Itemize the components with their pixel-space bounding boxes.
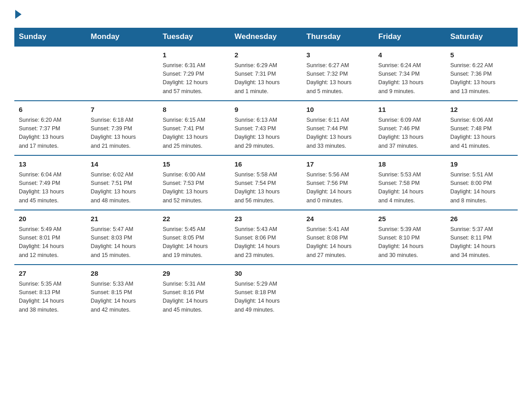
calendar-cell: 9Sunrise: 6:13 AM Sunset: 7:43 PM Daylig… xyxy=(230,101,302,155)
day-info: Sunrise: 5:43 AM Sunset: 8:06 PM Dayligh… xyxy=(235,225,298,260)
calendar-cell: 18Sunrise: 5:53 AM Sunset: 7:58 PM Dayli… xyxy=(374,155,446,210)
calendar-header-friday: Friday xyxy=(374,28,446,46)
day-number: 10 xyxy=(306,105,369,115)
calendar-cell xyxy=(446,265,518,319)
calendar-cell: 30Sunrise: 5:29 AM Sunset: 8:18 PM Dayli… xyxy=(230,265,302,319)
calendar-cell xyxy=(374,265,446,319)
day-info: Sunrise: 5:29 AM Sunset: 8:18 PM Dayligh… xyxy=(235,280,298,315)
calendar-cell: 5Sunrise: 6:22 AM Sunset: 7:36 PM Daylig… xyxy=(446,46,518,101)
day-info: Sunrise: 6:00 AM Sunset: 7:53 PM Dayligh… xyxy=(163,171,226,206)
calendar-cell: 25Sunrise: 5:39 AM Sunset: 8:10 PM Dayli… xyxy=(374,210,446,265)
day-info: Sunrise: 6:31 AM Sunset: 7:29 PM Dayligh… xyxy=(163,61,226,96)
day-info: Sunrise: 6:27 AM Sunset: 7:32 PM Dayligh… xyxy=(306,61,369,96)
day-number: 11 xyxy=(378,105,442,115)
day-info: Sunrise: 6:02 AM Sunset: 7:51 PM Dayligh… xyxy=(91,171,154,206)
day-number: 6 xyxy=(19,105,82,115)
calendar-cell xyxy=(302,265,374,319)
day-info: Sunrise: 6:09 AM Sunset: 7:46 PM Dayligh… xyxy=(378,116,442,151)
day-info: Sunrise: 6:04 AM Sunset: 7:49 PM Dayligh… xyxy=(19,171,82,206)
calendar-cell: 21Sunrise: 5:47 AM Sunset: 8:03 PM Dayli… xyxy=(86,210,159,265)
day-number: 16 xyxy=(235,159,298,170)
calendar-cell: 16Sunrise: 5:58 AM Sunset: 7:54 PM Dayli… xyxy=(230,155,302,210)
day-info: Sunrise: 6:24 AM Sunset: 7:34 PM Dayligh… xyxy=(378,61,442,96)
calendar-cell: 22Sunrise: 5:45 AM Sunset: 8:05 PM Dayli… xyxy=(158,210,230,265)
calendar-cell: 1Sunrise: 6:31 AM Sunset: 7:29 PM Daylig… xyxy=(158,46,230,101)
day-info: Sunrise: 5:45 AM Sunset: 8:05 PM Dayligh… xyxy=(163,225,226,260)
day-number: 27 xyxy=(19,269,82,279)
calendar-cell: 28Sunrise: 5:33 AM Sunset: 8:15 PM Dayli… xyxy=(86,265,159,319)
calendar-week-row: 13Sunrise: 6:04 AM Sunset: 7:49 PM Dayli… xyxy=(14,155,518,210)
day-number: 4 xyxy=(378,50,442,60)
calendar-cell: 29Sunrise: 5:31 AM Sunset: 8:16 PM Dayli… xyxy=(158,265,230,319)
day-info: Sunrise: 5:35 AM Sunset: 8:13 PM Dayligh… xyxy=(19,280,82,315)
day-number: 24 xyxy=(306,214,369,224)
calendar-cell: 19Sunrise: 5:51 AM Sunset: 8:00 PM Dayli… xyxy=(446,155,518,210)
day-info: Sunrise: 5:39 AM Sunset: 8:10 PM Dayligh… xyxy=(378,225,442,260)
calendar-cell xyxy=(86,46,159,101)
day-info: Sunrise: 6:06 AM Sunset: 7:48 PM Dayligh… xyxy=(450,116,513,151)
calendar-cell: 12Sunrise: 6:06 AM Sunset: 7:48 PM Dayli… xyxy=(446,101,518,155)
day-number: 18 xyxy=(378,159,442,170)
day-info: Sunrise: 6:20 AM Sunset: 7:37 PM Dayligh… xyxy=(19,116,82,151)
calendar-cell: 27Sunrise: 5:35 AM Sunset: 8:13 PM Dayli… xyxy=(14,265,86,319)
calendar-header-monday: Monday xyxy=(86,28,159,46)
calendar-header-row: SundayMondayTuesdayWednesdayThursdayFrid… xyxy=(14,28,518,46)
day-number: 30 xyxy=(235,269,298,279)
calendar-cell: 24Sunrise: 5:41 AM Sunset: 8:08 PM Dayli… xyxy=(302,210,374,265)
day-number: 13 xyxy=(19,159,82,170)
day-number: 1 xyxy=(163,50,226,60)
day-info: Sunrise: 6:22 AM Sunset: 7:36 PM Dayligh… xyxy=(450,61,513,96)
calendar-cell: 26Sunrise: 5:37 AM Sunset: 8:11 PM Dayli… xyxy=(446,210,518,265)
day-info: Sunrise: 5:47 AM Sunset: 8:03 PM Dayligh… xyxy=(91,225,154,260)
day-number: 19 xyxy=(450,159,513,170)
day-info: Sunrise: 5:41 AM Sunset: 8:08 PM Dayligh… xyxy=(306,225,369,260)
day-number: 8 xyxy=(163,105,226,115)
day-number: 25 xyxy=(378,214,442,224)
page-header xyxy=(14,11,518,20)
day-info: Sunrise: 5:49 AM Sunset: 8:01 PM Dayligh… xyxy=(19,225,82,260)
day-info: Sunrise: 5:51 AM Sunset: 8:00 PM Dayligh… xyxy=(450,171,513,206)
day-info: Sunrise: 5:33 AM Sunset: 8:15 PM Dayligh… xyxy=(91,280,154,315)
day-number: 29 xyxy=(163,269,226,279)
calendar-week-row: 6Sunrise: 6:20 AM Sunset: 7:37 PM Daylig… xyxy=(14,101,518,155)
day-number: 14 xyxy=(91,159,154,170)
calendar-cell: 20Sunrise: 5:49 AM Sunset: 8:01 PM Dayli… xyxy=(14,210,86,265)
day-info: Sunrise: 5:56 AM Sunset: 7:56 PM Dayligh… xyxy=(306,171,369,206)
calendar-table: SundayMondayTuesdayWednesdayThursdayFrid… xyxy=(14,28,518,319)
calendar-cell: 10Sunrise: 6:11 AM Sunset: 7:44 PM Dayli… xyxy=(302,101,374,155)
day-number: 15 xyxy=(163,159,226,170)
day-info: Sunrise: 6:13 AM Sunset: 7:43 PM Dayligh… xyxy=(235,116,298,151)
day-number: 2 xyxy=(235,50,298,60)
day-info: Sunrise: 5:53 AM Sunset: 7:58 PM Dayligh… xyxy=(378,171,442,206)
calendar-cell: 23Sunrise: 5:43 AM Sunset: 8:06 PM Dayli… xyxy=(230,210,302,265)
calendar-cell: 3Sunrise: 6:27 AM Sunset: 7:32 PM Daylig… xyxy=(302,46,374,101)
calendar-header-sunday: Sunday xyxy=(14,28,86,46)
day-number: 7 xyxy=(91,105,154,115)
day-info: Sunrise: 6:29 AM Sunset: 7:31 PM Dayligh… xyxy=(235,61,298,96)
day-info: Sunrise: 6:11 AM Sunset: 7:44 PM Dayligh… xyxy=(306,116,369,151)
day-info: Sunrise: 5:58 AM Sunset: 7:54 PM Dayligh… xyxy=(235,171,298,206)
calendar-cell: 2Sunrise: 6:29 AM Sunset: 7:31 PM Daylig… xyxy=(230,46,302,101)
logo xyxy=(14,11,21,20)
day-number: 17 xyxy=(306,159,369,170)
day-number: 3 xyxy=(306,50,369,60)
day-number: 5 xyxy=(450,50,513,60)
day-info: Sunrise: 5:31 AM Sunset: 8:16 PM Dayligh… xyxy=(163,280,226,315)
day-number: 20 xyxy=(19,214,82,224)
calendar-cell: 8Sunrise: 6:15 AM Sunset: 7:41 PM Daylig… xyxy=(158,101,230,155)
day-number: 28 xyxy=(91,269,154,279)
calendar-cell: 13Sunrise: 6:04 AM Sunset: 7:49 PM Dayli… xyxy=(14,155,86,210)
calendar-header-thursday: Thursday xyxy=(302,28,374,46)
calendar-cell: 14Sunrise: 6:02 AM Sunset: 7:51 PM Dayli… xyxy=(86,155,159,210)
calendar-cell: 15Sunrise: 6:00 AM Sunset: 7:53 PM Dayli… xyxy=(158,155,230,210)
calendar-week-row: 20Sunrise: 5:49 AM Sunset: 8:01 PM Dayli… xyxy=(14,210,518,265)
calendar-cell: 4Sunrise: 6:24 AM Sunset: 7:34 PM Daylig… xyxy=(374,46,446,101)
day-number: 9 xyxy=(235,105,298,115)
logo-arrow-icon xyxy=(15,10,21,19)
calendar-header-tuesday: Tuesday xyxy=(158,28,230,46)
calendar-cell: 17Sunrise: 5:56 AM Sunset: 7:56 PM Dayli… xyxy=(302,155,374,210)
calendar-week-row: 27Sunrise: 5:35 AM Sunset: 8:13 PM Dayli… xyxy=(14,265,518,319)
day-number: 21 xyxy=(91,214,154,224)
calendar-header-saturday: Saturday xyxy=(446,28,518,46)
day-number: 23 xyxy=(235,214,298,224)
